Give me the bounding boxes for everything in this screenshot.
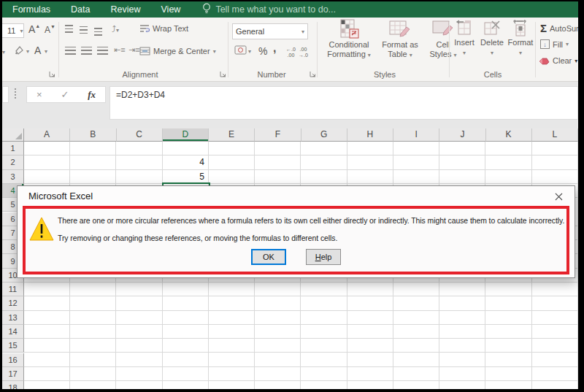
dialog-title: Microsoft Excel: [28, 191, 93, 201]
number-format-select[interactable]: General ▾: [232, 23, 308, 39]
font-color-dropdown-icon[interactable]: ▾: [45, 48, 47, 55]
number-format-dropdown-icon: ▾: [301, 28, 304, 35]
align-middle-icon[interactable]: [80, 26, 88, 34]
row-header-11[interactable]: 11: [2, 283, 24, 296]
column-header-G[interactable]: G: [301, 128, 347, 142]
warning-icon: [29, 217, 54, 244]
tab-view[interactable]: View: [151, 1, 191, 18]
cancel-icon[interactable]: ×: [36, 89, 42, 100]
formula-bar-strip: × ✓ fx =D2+D3+D4: [2, 82, 578, 128]
number-dialog-launcher-icon[interactable]: [310, 70, 317, 77]
fill-color-button[interactable]: [14, 45, 25, 57]
row-header-16[interactable]: 16: [2, 353, 24, 367]
sigma-icon: Σ: [540, 22, 547, 34]
font-color-label: A: [34, 45, 41, 56]
fill-button[interactable]: ↓ Fill ▾: [540, 39, 569, 49]
row-header-12[interactable]: 12: [2, 296, 24, 310]
font-size-input[interactable]: 11 ▾: [2, 23, 24, 38]
name-box[interactable]: [2, 86, 9, 103]
merge-center-label: Merge & Center: [153, 47, 210, 55]
row-header-15[interactable]: 15: [2, 339, 24, 353]
format-cells-button[interactable]: Format ▾: [506, 19, 535, 58]
tab-formulas[interactable]: Formulas: [2, 1, 61, 18]
orientation-icon[interactable]: ⤴▾: [112, 24, 119, 34]
insert-function-icon[interactable]: fx: [88, 89, 96, 101]
tab-data[interactable]: Data: [61, 1, 100, 18]
ribbon-home-contents: 11 ▾ A▲ A▼ ▾ ▾ A ▾ ⤴▾ ⇤≡ ⇥≡ Wrap Text: [2, 18, 578, 82]
increase-decimal-button[interactable]: ←.0.00: [286, 47, 296, 58]
align-right-icon[interactable]: [97, 47, 108, 55]
accounting-format-button[interactable]: [234, 45, 247, 56]
insert-cells-icon: [455, 19, 474, 36]
tell-me-box[interactable]: Tell me what you want to do...: [202, 3, 336, 16]
row-header-17[interactable]: 17: [2, 367, 24, 381]
insert-cells-button[interactable]: Insert ▾: [450, 19, 478, 58]
percent-style-button[interactable]: %: [258, 45, 267, 57]
formula-bar-handle[interactable]: [15, 88, 16, 90]
row-header-13[interactable]: 13: [2, 311, 24, 325]
align-bottom-icon[interactable]: [94, 28, 102, 36]
merge-center-dropdown-icon: ▾: [213, 48, 216, 55]
column-header-K[interactable]: K: [486, 128, 532, 142]
row-header-2[interactable]: 2: [2, 155, 24, 169]
decrease-font-size-button[interactable]: A▼: [45, 24, 55, 35]
increase-indent-icon[interactable]: ⇥≡: [128, 45, 140, 55]
excel-warning-dialog: Microsoft Excel There are one or more ci…: [17, 185, 575, 278]
column-header-C[interactable]: C: [117, 128, 163, 142]
tab-review[interactable]: Review: [101, 1, 151, 18]
comma-style-button[interactable]: ,: [273, 42, 276, 55]
number-group-label: Number: [232, 70, 311, 80]
column-header-D[interactable]: D: [163, 128, 209, 142]
border-button[interactable]: ▾: [2, 47, 5, 55]
column-header-I[interactable]: I: [393, 128, 439, 142]
dialog-title-bar[interactable]: Microsoft Excel: [18, 186, 575, 206]
eraser-icon: [539, 57, 550, 65]
font-size-dropdown-icon: ▾: [20, 28, 23, 34]
cell-D2[interactable]: 4: [163, 157, 208, 171]
decrease-decimal-button[interactable]: .00→.0: [299, 47, 308, 58]
format-as-table-button[interactable]: Format as Table ▾: [377, 19, 423, 60]
paint-bucket-icon: [14, 45, 25, 55]
cells-group-label: Cells: [450, 70, 535, 80]
column-header-J[interactable]: J: [439, 128, 485, 142]
font-dialog-launcher-icon[interactable]: [49, 70, 56, 77]
row-header-18[interactable]: 18: [2, 381, 24, 389]
align-left-icon[interactable]: [65, 47, 76, 55]
row-header-3[interactable]: 3: [2, 170, 24, 184]
merge-center-button[interactable]: Merge & Center ▾: [139, 47, 216, 55]
font-color-button[interactable]: A: [34, 45, 41, 56]
fill-down-icon: ↓: [540, 39, 550, 49]
wrap-text-button[interactable]: Wrap Text: [139, 24, 188, 33]
ribbon-tab-bar: Formulas Data Review View Tell me what y…: [2, 1, 578, 18]
dialog-close-button[interactable]: [548, 188, 569, 205]
formula-input[interactable]: =D2+D3+D4: [110, 86, 578, 120]
column-header-F[interactable]: F: [255, 128, 301, 142]
fill-color-dropdown-icon[interactable]: ▾: [26, 48, 29, 55]
delete-cells-button[interactable]: Delete ▾: [478, 19, 506, 58]
increase-font-size-button[interactable]: A▲: [28, 23, 40, 35]
excel-window: Formulas Data Review View Tell me what y…: [2, 1, 578, 389]
styles-group-label: Styles: [320, 70, 449, 80]
autosum-button[interactable]: Σ AutoSum: [540, 22, 578, 34]
column-header-L[interactable]: L: [532, 128, 578, 142]
decrease-indent-icon[interactable]: ⇤≡: [114, 45, 126, 55]
conditional-formatting-button[interactable]: Conditional Formatting ▾: [320, 19, 377, 60]
alignment-dialog-launcher-icon[interactable]: [220, 70, 227, 77]
align-center-icon[interactable]: [81, 47, 92, 55]
column-header-H[interactable]: H: [347, 128, 393, 142]
row-header-1[interactable]: 1: [2, 142, 24, 155]
accounting-dropdown-icon[interactable]: ▾: [248, 48, 251, 55]
row-header-14[interactable]: 14: [2, 325, 24, 339]
align-top-icon[interactable]: [65, 25, 73, 33]
help-button[interactable]: Help: [306, 249, 341, 265]
column-header-B[interactable]: B: [70, 128, 116, 142]
column-header-E[interactable]: E: [209, 128, 255, 142]
column-header-A[interactable]: A: [24, 128, 70, 142]
ok-button[interactable]: OK: [251, 249, 286, 265]
fill-label: Fill: [553, 40, 563, 49]
clear-button[interactable]: Clear ▾: [539, 56, 577, 65]
autosum-label: AutoSum: [550, 24, 578, 33]
enter-icon[interactable]: ✓: [61, 89, 69, 100]
number-format-value: General: [236, 27, 264, 36]
select-all-corner[interactable]: [2, 128, 24, 142]
